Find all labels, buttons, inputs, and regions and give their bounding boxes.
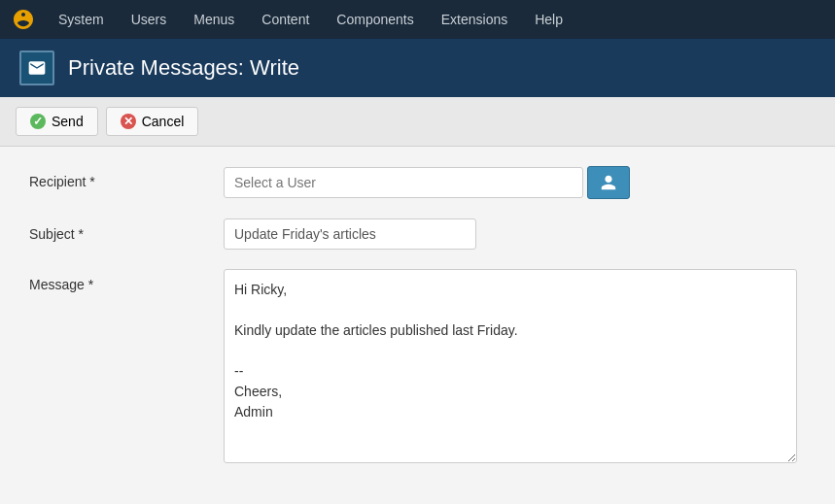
nav-system[interactable]: System [45,0,118,39]
recipient-control [224,166,806,199]
navbar: System Users Menus Content Components Ex… [0,0,835,39]
page-header-icon [19,50,54,85]
subject-row: Subject * [29,218,806,250]
message-control: Hi Ricky, Kindly update the articles pub… [224,269,806,463]
subject-input[interactable] [224,218,476,250]
subject-control [224,218,806,250]
recipient-row: Recipient * [29,166,806,199]
send-label: Send [52,114,84,129]
select-user-button[interactable] [587,166,630,199]
cancel-label: Cancel [142,114,185,129]
subject-label: Subject * [29,218,224,242]
nav-users[interactable]: Users [118,0,181,39]
toolbar: ✓ Send ✕ Cancel [0,97,835,147]
message-textarea[interactable]: Hi Ricky, Kindly update the articles pub… [224,269,797,463]
nav-content[interactable]: Content [248,0,323,39]
form-area: Recipient * Subject * Message * Hi Ricky… [0,147,835,502]
page-header: Private Messages: Write [0,39,835,97]
recipient-input[interactable] [224,167,583,198]
nav-menus[interactable]: Menus [180,0,248,39]
nav-help[interactable]: Help [521,0,576,39]
message-label: Message * [29,269,224,292]
joomla-logo[interactable] [8,4,39,35]
nav-extensions[interactable]: Extensions [428,0,521,39]
send-button[interactable]: ✓ Send [16,107,98,136]
page-title: Private Messages: Write [68,55,299,81]
check-icon: ✓ [30,114,46,129]
message-row: Message * Hi Ricky, Kindly update the ar… [29,269,806,463]
cancel-button[interactable]: ✕ Cancel [106,107,199,136]
x-icon: ✕ [121,114,136,129]
nav-components[interactable]: Components [323,0,427,39]
recipient-label: Recipient * [29,166,224,189]
